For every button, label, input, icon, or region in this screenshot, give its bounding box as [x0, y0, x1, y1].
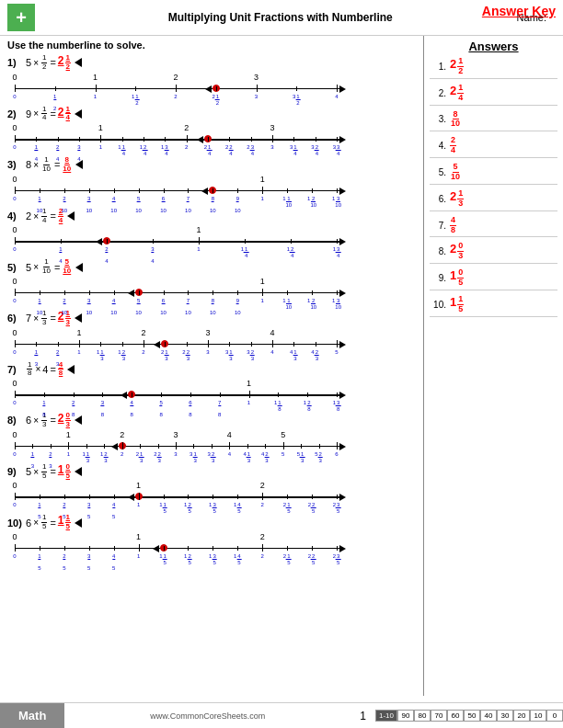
problems-container: 1)5×12=212012301211122212331242)9×14=214…	[7, 54, 416, 562]
answer-val-7: 48	[450, 216, 456, 235]
answer-val-1: 212	[450, 57, 464, 76]
answer-val-3: 810	[450, 110, 461, 130]
answer-num-1: 1.	[430, 62, 446, 72]
footer: Math www.CommonCoreSheets.com 1 1-109080…	[0, 702, 563, 728]
problem-section-3: 3)8×110=81001011021031041051061071081091…	[7, 156, 416, 204]
answer-val-10: 115	[450, 295, 464, 314]
answer-item-9: 9.105	[430, 268, 557, 290]
answer-num-3: 3.	[430, 114, 446, 124]
answer-val-6: 213	[450, 189, 464, 209]
answer-item-7: 7.48	[430, 216, 557, 238]
footer-scores: 1-109080706050403020100	[375, 710, 563, 722]
answers-title: Answers	[430, 40, 557, 53]
answer-val-9: 105	[450, 268, 464, 288]
logo-plus: +	[16, 7, 27, 28]
answer-val-2: 214	[450, 84, 464, 103]
answer-num-10: 10.	[430, 300, 446, 310]
answer-item-4: 4.24	[430, 136, 557, 158]
answer-key-title: Answer Key	[482, 4, 556, 18]
header-title: Multiplying Unit Fractions with Numberli…	[44, 11, 517, 24]
equation-row-10: 10)6×15=115	[7, 514, 416, 531]
equation-row-7: 7)18×4=48	[7, 361, 416, 379]
answer-num-4: 4.	[430, 141, 446, 151]
answer-num-6: 6.	[430, 194, 446, 204]
answer-item-3: 3.810	[430, 110, 557, 132]
answer-item-1: 1.212	[430, 57, 557, 79]
answers-container: 1.2122.2143.8104.245.5106.2137.488.2039.…	[430, 57, 557, 317]
logo: +	[7, 4, 35, 31]
equation-row-2: 2)9×14=214	[7, 106, 416, 123]
problems-area: Use the numberline to solve. 1)5×12=2120…	[0, 36, 423, 696]
problem-section-10: 10)6×15=11501201525354511151251351452215…	[7, 514, 416, 562]
equation-row-1: 1)5×12=212	[7, 54, 416, 72]
problem-section-2: 2)9×14=214012301424341114124134221422423…	[7, 106, 416, 154]
answer-item-8: 8.203	[430, 242, 557, 264]
answer-num-8: 8.	[430, 246, 446, 256]
answer-val-4: 24	[450, 136, 456, 155]
page: + Multiplying Unit Fractions with Number…	[0, 0, 563, 728]
equation-row-9: 9)5×15=105	[7, 463, 416, 481]
problem-section-5: 5)5×110=51001011021031041051061071081091…	[7, 258, 416, 306]
answer-item-6: 6.213	[430, 189, 557, 211]
equation-row-5: 5)5×110=510	[7, 258, 416, 276]
problem-section-7: 7)18×4=48010182838485868781118128138	[7, 361, 416, 409]
problem-section-1: 1)5×12=21201230121112221233124	[7, 54, 416, 102]
answer-val-5: 510	[450, 163, 461, 182]
problem-section-8: 8)6×13=203012345013231113123221322333133…	[7, 412, 416, 460]
problem-section-6: 6)7×13=213012340132311131232213223331332…	[7, 310, 416, 358]
footer-url: www.CommonCoreSheets.com	[64, 711, 350, 721]
footer-math-label: Math	[0, 703, 64, 728]
instruction: Use the numberline to solve.	[7, 40, 416, 51]
equation-row-3: 3)8×110=810	[7, 156, 416, 174]
problem-section-4: 4)2×14=240101424341114124134	[7, 208, 416, 256]
answer-num-7: 7.	[430, 221, 446, 231]
answers-panel: Answers 1.2122.2143.8104.245.5106.2137.4…	[423, 36, 563, 696]
answer-item-5: 5.510	[430, 163, 557, 185]
equation-row-8: 8)6×13=203	[7, 412, 416, 429]
answer-num-2: 2.	[430, 88, 446, 98]
answer-item-10: 10.115	[430, 295, 557, 317]
header: + Multiplying Unit Fractions with Number…	[0, 0, 563, 36]
problem-section-9: 9)5×15=105012015253545111512513514522152…	[7, 463, 416, 511]
answer-val-8: 203	[450, 242, 464, 261]
answer-num-5: 5.	[430, 167, 446, 177]
answer-num-9: 9.	[430, 273, 446, 283]
footer-page: 1	[350, 710, 375, 722]
answer-item-2: 2.214	[430, 84, 557, 106]
